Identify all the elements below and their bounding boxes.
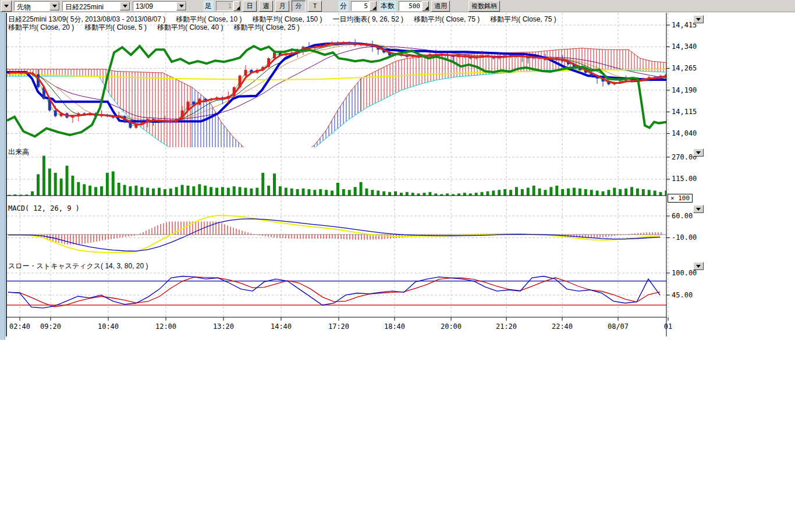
- chevron-down-icon: [696, 151, 701, 154]
- stoch-pane-menu-button[interactable]: [693, 262, 704, 270]
- chevron-down-icon: [52, 5, 57, 8]
- period-minute-button[interactable]: 分: [292, 1, 306, 12]
- period-month-button[interactable]: 月: [275, 1, 289, 12]
- period-day-button[interactable]: 日: [243, 1, 257, 12]
- minute-stepper[interactable]: ◢: [351, 1, 377, 11]
- volume-pane-menu-button[interactable]: [693, 148, 704, 157]
- minute-label: 分: [338, 1, 349, 12]
- chevron-down-icon: [179, 5, 184, 8]
- trading-chart-window: 先物 日経225mini 13/09 足 ◢ 日 週 月 分 T 分 ◢ 本数: [0, 0, 795, 532]
- macd-pane: [7, 215, 666, 253]
- bar-type-label: 足: [203, 1, 214, 12]
- bar-count-stepper[interactable]: ◢: [399, 1, 429, 11]
- contract-value: 13/09: [133, 2, 176, 10]
- spinner-icon[interactable]: ◢: [422, 1, 429, 11]
- chart-canvas: [0, 12, 716, 350]
- chevron-down-icon: [123, 5, 127, 8]
- volume-pane: [8, 156, 668, 196]
- stoch-pane: [7, 276, 666, 308]
- period-tick-button[interactable]: T: [308, 1, 322, 12]
- macd-pane-menu-button[interactable]: [693, 205, 704, 213]
- minute-input[interactable]: [351, 1, 370, 11]
- apply-button[interactable]: 適用: [431, 1, 450, 12]
- chevron-down-icon: [696, 18, 701, 21]
- category-value: 先物: [15, 2, 49, 10]
- chevron-down-icon[interactable]: [176, 2, 186, 10]
- category-select[interactable]: 先物: [14, 1, 60, 11]
- price-pane: [7, 39, 668, 175]
- volume-multiplier-badge: × 100: [668, 194, 693, 203]
- chevron-down-icon[interactable]: [120, 2, 130, 10]
- period-week-button[interactable]: 週: [259, 1, 273, 12]
- symbol-value: 日経225mini: [63, 2, 120, 10]
- window-menu-button[interactable]: [1, 1, 12, 12]
- price-pane-menu-button[interactable]: [693, 15, 704, 23]
- spinner-icon[interactable]: ◢: [233, 1, 240, 11]
- bar-interval-stepper[interactable]: ◢: [216, 1, 240, 11]
- chevron-down-icon: [696, 265, 701, 268]
- spinner-icon[interactable]: ◢: [370, 1, 377, 11]
- bar-interval-input[interactable]: [216, 1, 233, 11]
- bar-count-input[interactable]: [399, 1, 422, 11]
- symbol-select[interactable]: 日経225mini: [62, 1, 130, 11]
- bar-count-label: 本数: [379, 1, 396, 12]
- chevron-down-icon: [696, 208, 701, 211]
- contract-select[interactable]: 13/09: [133, 1, 187, 11]
- toolbar: 先物 日経225mini 13/09 足 ◢ 日 週 月 分 T 分 ◢ 本数: [0, 0, 795, 12]
- chevron-down-icon: [4, 5, 9, 8]
- multi-symbol-button[interactable]: 複数銘柄: [469, 1, 500, 12]
- chevron-down-icon[interactable]: [49, 2, 59, 10]
